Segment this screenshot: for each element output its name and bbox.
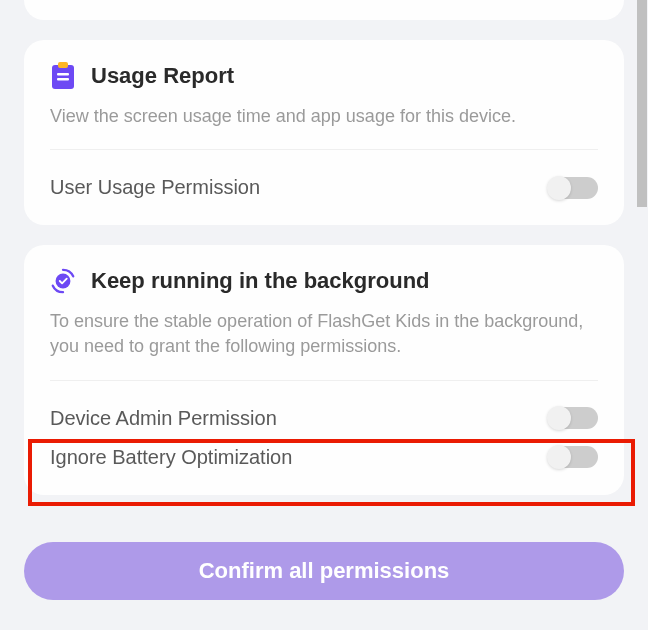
confirm-button-label: Confirm all permissions bbox=[199, 558, 450, 584]
card-title: Usage Report bbox=[91, 63, 234, 89]
divider bbox=[50, 380, 598, 381]
card-description: To ensure the stable operation of FlashG… bbox=[50, 309, 598, 359]
permission-row-user-usage: User Usage Permission bbox=[50, 168, 598, 207]
permission-label: Device Admin Permission bbox=[50, 407, 277, 430]
usage-report-card: Usage Report View the screen usage time … bbox=[24, 40, 624, 225]
svg-rect-2 bbox=[57, 73, 69, 76]
svg-point-4 bbox=[56, 274, 71, 289]
previous-card-bottom bbox=[24, 0, 624, 20]
toggle-knob bbox=[547, 176, 571, 200]
permission-label: User Usage Permission bbox=[50, 176, 260, 199]
shield-check-icon bbox=[50, 267, 76, 295]
svg-rect-0 bbox=[52, 65, 74, 89]
confirm-all-button[interactable]: Confirm all permissions bbox=[24, 542, 624, 600]
toggle-knob bbox=[547, 406, 571, 430]
clipboard-icon bbox=[50, 62, 76, 90]
svg-rect-3 bbox=[57, 78, 69, 81]
toggle-user-usage[interactable] bbox=[548, 177, 598, 199]
toggle-battery-optimization[interactable] bbox=[548, 446, 598, 468]
card-header: Usage Report bbox=[50, 62, 598, 90]
background-running-card: Keep running in the background To ensure… bbox=[24, 245, 624, 494]
permission-row-device-admin: Device Admin Permission bbox=[50, 399, 598, 438]
svg-rect-1 bbox=[58, 62, 68, 68]
divider bbox=[50, 149, 598, 150]
card-description: View the screen usage time and app usage… bbox=[50, 104, 598, 129]
toggle-device-admin[interactable] bbox=[548, 407, 598, 429]
permission-label: Ignore Battery Optimization bbox=[50, 446, 292, 469]
card-header: Keep running in the background bbox=[50, 267, 598, 295]
toggle-knob bbox=[547, 445, 571, 469]
permission-row-battery-optimization: Ignore Battery Optimization bbox=[50, 438, 598, 477]
card-title: Keep running in the background bbox=[91, 268, 430, 294]
scrollbar[interactable] bbox=[637, 0, 647, 207]
permissions-container: Usage Report View the screen usage time … bbox=[0, 0, 648, 630]
